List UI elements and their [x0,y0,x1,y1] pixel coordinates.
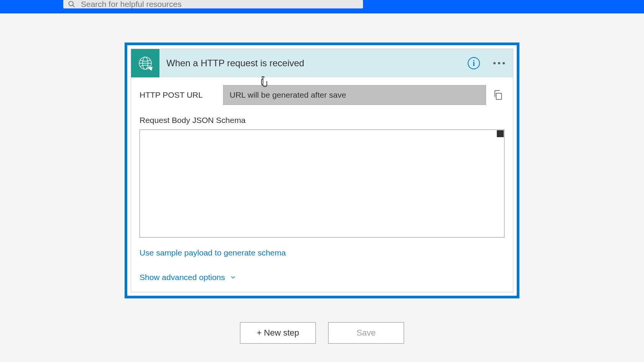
url-row: HTTP POST URL URL will be generated afte… [140,85,504,105]
trigger-header[interactable]: When a HTTP request is received i [131,49,513,77]
schema-label: Request Body JSON Schema [140,116,504,125]
svg-rect-5 [496,93,501,99]
action-buttons: + New step Save [240,322,404,344]
svg-point-0 [69,2,74,6]
trigger-title: When a HTTP request is received [166,58,468,69]
new-step-button[interactable]: + New step [240,322,316,344]
url-label: HTTP POST URL [140,90,223,100]
info-icon[interactable]: i [468,57,480,69]
trigger-card: When a HTTP request is received i HTTP P… [131,49,513,292]
advanced-options-label: Show advanced options [140,273,225,282]
copy-url-button[interactable] [491,88,504,102]
sample-payload-link[interactable]: Use sample payload to generate schema [140,248,286,257]
trigger-body: HTTP POST URL URL will be generated afte… [131,77,513,292]
search-box[interactable] [63,0,363,8]
more-menu-icon[interactable] [491,55,508,72]
chevron-down-icon [230,274,237,281]
advanced-options-toggle[interactable]: Show advanced options [140,273,504,282]
search-icon [68,0,76,8]
trigger-icon-box [131,49,159,77]
copy-icon [493,90,503,100]
trigger-card-selected: When a HTTP request is received i HTTP P… [125,43,519,298]
http-globe-icon [138,56,153,71]
top-bar [0,0,644,13]
search-input[interactable] [81,0,358,9]
url-value-field: URL will be generated after save [223,85,486,105]
svg-line-1 [73,5,75,7]
schema-textarea[interactable] [140,129,504,238]
designer-canvas: When a HTTP request is received i HTTP P… [0,13,644,344]
save-button: Save [328,322,404,344]
